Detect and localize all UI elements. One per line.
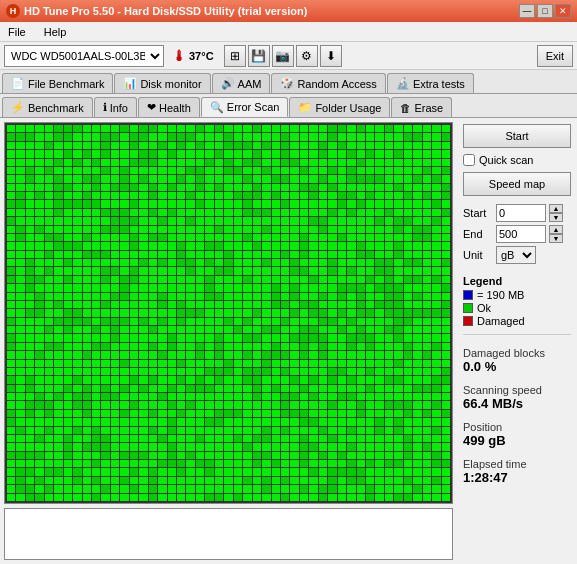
legend-color-size	[463, 290, 473, 300]
right-panel: Start Quick scan Speed map Start ▲ ▼ End…	[457, 118, 577, 564]
settings-icon-btn[interactable]: ⚙	[296, 45, 318, 67]
menu-bar: File Help	[0, 22, 577, 42]
title-bar: H HD Tune Pro 5.50 - Hard Disk/SSD Utili…	[0, 0, 577, 22]
toolbar-icons: ⊞ 💾 📷 ⚙ ⬇	[224, 45, 342, 67]
download-icon-btn[interactable]: ⬇	[320, 45, 342, 67]
title-text: HD Tune Pro 5.50 - Hard Disk/SSD Utility…	[24, 5, 307, 17]
end-field-row: End ▲ ▼	[463, 225, 571, 243]
scanning-speed-label: Scanning speed	[463, 384, 571, 396]
elapsed-time-value: 1:28:47	[463, 470, 571, 485]
toolbar: WDC WD5001AALS-00L3B2 (500 gB) 🌡 37°C ⊞ …	[0, 42, 577, 70]
legend-ok-label: Ok	[477, 302, 491, 314]
legend-color-damaged	[463, 316, 473, 326]
error-scan-grid	[4, 122, 453, 504]
unit-label: Unit	[463, 249, 493, 261]
quick-scan-checkbox[interactable]	[463, 154, 475, 166]
stat-scanning-speed: Scanning speed 66.4 MB/s	[463, 384, 571, 411]
menu-help[interactable]: Help	[40, 25, 71, 39]
legend-damaged-label: Damaged	[477, 315, 525, 327]
tab-health[interactable]: ❤ Health	[138, 97, 200, 117]
legend-box: Legend = 190 MB Ok Damaged	[463, 275, 571, 328]
legend-size-label: = 190 MB	[477, 289, 524, 301]
stat-position: Position 499 gB	[463, 421, 571, 448]
start-field-row: Start ▲ ▼	[463, 204, 571, 222]
tab-row-2: ⚡ Benchmark ℹ Info ❤ Health 🔍 Error Scan…	[0, 94, 577, 118]
save-icon-btn[interactable]: 💾	[248, 45, 270, 67]
unit-field-row: Unit gB	[463, 246, 571, 264]
damaged-blocks-label: Damaged blocks	[463, 347, 571, 359]
speed-map-button[interactable]: Speed map	[463, 172, 571, 196]
tab-folder-usage[interactable]: 📁 Folder Usage	[289, 97, 390, 117]
position-label: Position	[463, 421, 571, 433]
quick-scan-label: Quick scan	[479, 154, 533, 166]
end-label: End	[463, 228, 493, 240]
drive-select[interactable]: WDC WD5001AALS-00L3B2 (500 gB)	[4, 45, 164, 67]
tab-erase[interactable]: 🗑 Erase	[391, 97, 452, 117]
tab-extra-tests[interactable]: 🔬 Extra tests	[387, 73, 474, 93]
tab-error-scan[interactable]: 🔍 Error Scan	[201, 97, 289, 117]
legend-item-size: = 190 MB	[463, 289, 571, 301]
tab-benchmark[interactable]: ⚡ Benchmark	[2, 97, 93, 117]
start-label: Start	[463, 207, 493, 219]
end-up-btn[interactable]: ▲	[549, 225, 563, 234]
start-up-btn[interactable]: ▲	[549, 204, 563, 213]
thermometer-icon: 🌡	[172, 48, 186, 64]
scan-area	[0, 118, 457, 564]
separator-1	[463, 334, 571, 335]
position-value: 499 gB	[463, 433, 571, 448]
temperature-display: 🌡 37°C	[172, 48, 214, 64]
stat-elapsed-time: Elapsed time 1:28:47	[463, 458, 571, 485]
legend-item-damaged: Damaged	[463, 315, 571, 327]
tab-aam[interactable]: 🔊 AAM	[212, 73, 271, 93]
log-box	[4, 508, 453, 560]
tab-random-access[interactable]: 🎲 Random Access	[271, 73, 385, 93]
app-icon: H	[6, 4, 20, 18]
end-down-btn[interactable]: ▼	[549, 234, 563, 243]
camera-icon-btn[interactable]: 📷	[272, 45, 294, 67]
start-button[interactable]: Start	[463, 124, 571, 148]
quick-scan-row: Quick scan	[463, 154, 571, 166]
maximize-button[interactable]: □	[537, 4, 553, 18]
exit-button[interactable]: Exit	[537, 45, 573, 67]
temperature-value: 37°C	[189, 50, 214, 62]
legend-title: Legend	[463, 275, 571, 287]
tab-row-1: 📄 File Benchmark 📊 Disk monitor 🔊 AAM 🎲 …	[0, 70, 577, 94]
tab-disk-monitor[interactable]: 📊 Disk monitor	[114, 73, 210, 93]
window-controls: — □ ✕	[519, 4, 571, 18]
copy-icon-btn[interactable]: ⊞	[224, 45, 246, 67]
start-input[interactable]	[496, 204, 546, 222]
range-section: Start ▲ ▼ End ▲ ▼ Unit gB	[463, 204, 571, 267]
stat-damaged-blocks: Damaged blocks 0.0 %	[463, 347, 571, 374]
unit-select[interactable]: gB	[496, 246, 536, 264]
main-content: Start Quick scan Speed map Start ▲ ▼ End…	[0, 118, 577, 564]
minimize-button[interactable]: —	[519, 4, 535, 18]
menu-file[interactable]: File	[4, 25, 30, 39]
scanning-speed-value: 66.4 MB/s	[463, 396, 571, 411]
elapsed-time-label: Elapsed time	[463, 458, 571, 470]
legend-item-ok: Ok	[463, 302, 571, 314]
start-down-btn[interactable]: ▼	[549, 213, 563, 222]
tab-file-benchmark[interactable]: 📄 File Benchmark	[2, 73, 113, 93]
tab-info[interactable]: ℹ Info	[94, 97, 137, 117]
close-button[interactable]: ✕	[555, 4, 571, 18]
legend-color-ok	[463, 303, 473, 313]
damaged-blocks-value: 0.0 %	[463, 359, 571, 374]
end-input[interactable]	[496, 225, 546, 243]
